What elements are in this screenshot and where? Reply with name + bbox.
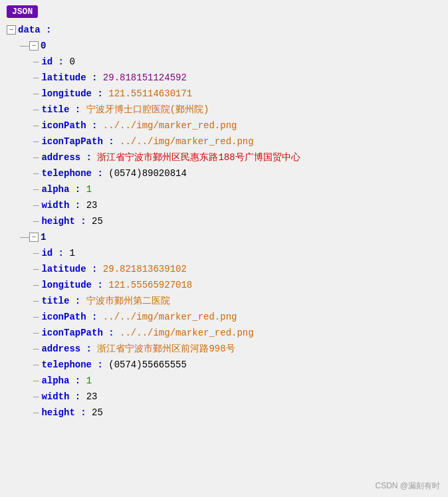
item-0-toggle[interactable]: −: [29, 41, 39, 50]
item-1-row: − 1: [20, 229, 448, 245]
tree-container: − data : − 0 — id : 0 — latitude : 29.81…: [0, 21, 448, 422]
field-0-longitude: — longitude : 121.55114630171: [33, 86, 448, 102]
item-0-row: − 0: [20, 38, 448, 54]
watermark: CSDN @漏刻有时: [375, 480, 440, 492]
field-0-latitude: — latitude : 29.818151124592: [33, 70, 448, 86]
field-1-icontappath: — iconTapPath : ../../img/marker_red.png: [33, 325, 448, 341]
field-0-telephone: — telephone : (0574)89020814: [33, 165, 448, 181]
field-0-width: — width : 23: [33, 197, 448, 213]
item-1-fields: — id : 1 — latitude : 29.821813639102 — …: [20, 245, 448, 421]
root-row: − data :: [7, 22, 448, 38]
root-toggle[interactable]: −: [7, 25, 16, 35]
field-0-iconpath: — iconPath : ../../img/marker_red.png: [33, 118, 448, 134]
item-1-block: − 1 — id : 1 — latitude : 29.82181363910…: [7, 229, 448, 421]
field-0-title: — title : 宁波牙博士口腔医院(鄞州院): [33, 102, 448, 118]
field-1-latitude: — latitude : 29.821813639102: [33, 261, 448, 277]
json-header: JSON: [0, 0, 448, 21]
field-1-title: — title : 宁波市鄞州第二医院: [33, 293, 448, 309]
field-1-width: — width : 23: [33, 389, 448, 405]
field-0-address: — address : 浙江省宁波市鄞州区民惠东路188号广博国贸中心: [33, 149, 448, 165]
field-1-alpha: — alpha : 1: [33, 373, 448, 389]
field-0-icontappath: — iconTapPath : ../../img/marker_red.png: [33, 134, 448, 149]
field-1-telephone: — telephone : (0574)55665555: [33, 357, 448, 373]
item-0-label: 0: [41, 41, 46, 51]
item-0-block: − 0 — id : 0 — latitude : 29.81815112459…: [7, 38, 448, 229]
field-1-height: — height : 25: [33, 405, 448, 421]
root-label: data :: [18, 25, 51, 35]
field-0-height: — height : 25: [33, 213, 448, 229]
field-1-longitude: — longitude : 121.55565927018: [33, 277, 448, 293]
field-0-id: — id : 0: [33, 54, 448, 70]
item-1-toggle[interactable]: −: [29, 233, 39, 242]
item-0-fields: — id : 0 — latitude : 29.818151124592 — …: [20, 54, 448, 229]
field-1-iconpath: — iconPath : ../../img/marker_red.png: [33, 309, 448, 325]
field-0-alpha: — alpha : 1: [33, 181, 448, 197]
field-1-address: — address : 浙江省宁波市鄞州区前河路998号: [33, 341, 448, 357]
item-1-label: 1: [41, 232, 46, 243]
json-badge: JSON: [7, 5, 38, 18]
field-1-id: — id : 1: [33, 245, 448, 261]
